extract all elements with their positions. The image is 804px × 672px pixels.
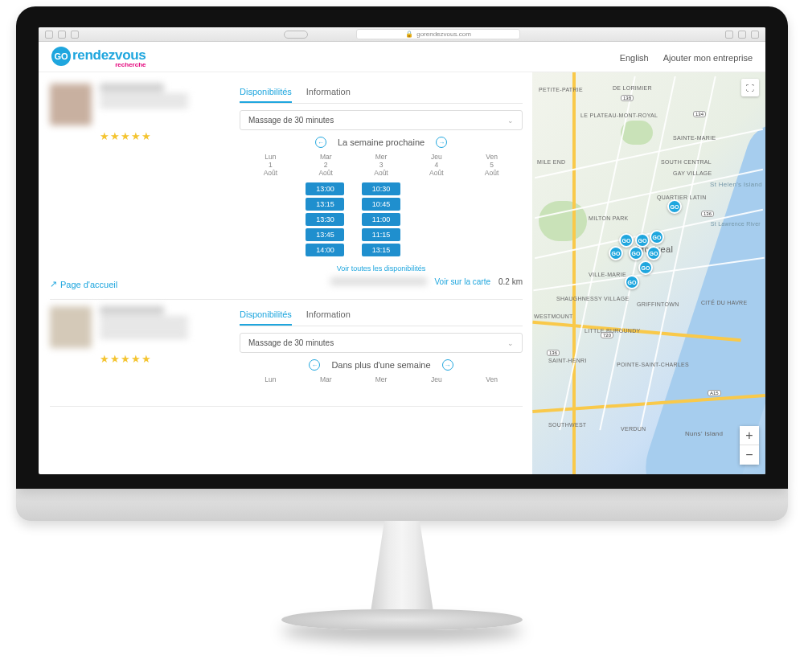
logo[interactable]: GO rendezvous recherche: [51, 47, 146, 68]
share-icon[interactable]: [725, 31, 733, 39]
day-header: Ven: [464, 375, 519, 391]
fullscreen-button[interactable]: ⛶: [741, 79, 759, 96]
lock-icon: 🔒: [405, 31, 413, 38]
map-marker[interactable]: GO: [609, 246, 623, 260]
tab-availability[interactable]: Disponibilités: [240, 306, 292, 326]
day-header: Mer: [354, 375, 409, 391]
time-slot[interactable]: 13:15: [306, 198, 344, 211]
day-header: Mar2Août: [298, 153, 354, 178]
route-shield: 136: [547, 350, 560, 356]
time-slot[interactable]: 13:30: [306, 213, 344, 226]
time-slot[interactable]: 14:00: [306, 244, 344, 256]
map-label: St Helen's Island: [710, 181, 762, 188]
day-header: Jeu4Août: [408, 153, 464, 178]
day-header: Ven5Août: [464, 153, 519, 178]
time-slot[interactable]: 11:15: [362, 228, 400, 241]
map-canvas[interactable]: PETITE-PATRIE DE LORIMIER LE PLATEAU-MON…: [532, 72, 765, 474]
map-marker[interactable]: GO: [646, 246, 661, 260]
map-label: GRIFFINTOWN: [637, 301, 679, 307]
lang-link[interactable]: English: [620, 53, 649, 63]
day-header: Lun1Août: [243, 153, 298, 178]
next-week-button[interactable]: →: [442, 359, 453, 371]
download-icon[interactable]: [738, 31, 746, 39]
service-select[interactable]: Massage de 30 minutes ⌄: [240, 110, 523, 130]
sidebar-icon[interactable]: [71, 31, 79, 39]
day-header: Mer3Août: [354, 153, 409, 178]
logo-badge: GO: [51, 47, 71, 66]
map-label: POINTE-SAINT-CHARLES: [617, 362, 689, 367]
map-label: MILTON PARK: [589, 215, 629, 221]
map-label: QUARTIER LATIN: [657, 195, 707, 200]
time-slot[interactable]: 13:45: [306, 228, 344, 241]
add-business-link[interactable]: Ajouter mon entreprise: [663, 53, 753, 63]
result-card: ★★★★★ Disponibilités Information Massage…: [50, 300, 523, 407]
map-panel[interactable]: PETITE-PATRIE DE LORIMIER LE PLATEAU-MON…: [532, 72, 765, 474]
map-label: St Lawrence River: [711, 221, 761, 227]
time-slot[interactable]: 10:45: [362, 198, 400, 211]
map-label: GAY VILLAGE: [673, 170, 712, 176]
service-select[interactable]: Massage de 30 minutes ⌄: [240, 333, 523, 353]
see-all-link[interactable]: Voir toutes les disponibilités: [240, 264, 523, 272]
address-blurred: [330, 277, 427, 285]
flex-spacer: [284, 31, 308, 39]
results-list: ★★★★★ ↗ Page d'accueil Disponibilités In…: [39, 72, 532, 474]
nav-fwd-icon[interactable]: [58, 31, 66, 39]
professional-info: [100, 84, 188, 125]
map-marker[interactable]: GO: [667, 199, 682, 214]
external-link-icon: ↗: [50, 279, 57, 289]
app-header: GO rendezvous recherche English Ajouter …: [39, 42, 765, 72]
route-shield: 720: [601, 332, 613, 338]
next-week-button[interactable]: →: [436, 137, 447, 148]
map-marker[interactable]: GO: [619, 233, 634, 248]
tab-information[interactable]: Information: [306, 306, 351, 326]
zoom-in-button[interactable]: +: [740, 426, 759, 445]
url-bar[interactable]: 🔒 gorendezvous.com: [356, 29, 520, 39]
week-label: La semaine prochaine: [338, 137, 425, 147]
map-marker[interactable]: GO: [638, 260, 653, 275]
tab-availability[interactable]: Disponibilités: [240, 84, 292, 103]
zoom-out-button[interactable]: −: [740, 445, 759, 465]
home-link[interactable]: ↗ Page d'accueil: [50, 279, 227, 289]
tab-information[interactable]: Information: [306, 84, 351, 103]
browser-chrome: 🔒 gorendezvous.com: [39, 27, 765, 42]
map-label: DE LORIMIER: [613, 85, 652, 91]
time-slot[interactable]: 13:00: [306, 182, 344, 195]
route-shield: 134: [693, 111, 706, 117]
map-label: PETITE-PATRIE: [539, 87, 583, 92]
avatar[interactable]: [50, 84, 92, 125]
time-slot[interactable]: 13:15: [362, 244, 400, 256]
map-label: SHAUGHNESSY VILLAGE: [556, 296, 629, 301]
map-marker[interactable]: GO: [629, 246, 643, 260]
day-header: Jeu: [408, 375, 464, 391]
chevron-down-icon: ⌄: [507, 117, 514, 125]
route-shield: 136: [701, 211, 714, 217]
week-label: Dans plus d'une semaine: [331, 360, 430, 370]
map-label: VERDUN: [621, 426, 646, 432]
time-slot[interactable]: 10:30: [362, 182, 400, 195]
zoom-controls: + −: [740, 426, 759, 465]
time-slot[interactable]: 11:00: [362, 213, 400, 226]
map-marker[interactable]: GO: [650, 230, 664, 244]
tabs-icon[interactable]: [751, 31, 759, 39]
result-card: ★★★★★ ↗ Page d'accueil Disponibilités In…: [50, 77, 523, 300]
prev-week-button[interactable]: ←: [315, 137, 326, 148]
map-label: SAINTE-MARIE: [673, 135, 716, 141]
avatar[interactable]: [50, 306, 92, 348]
map-label: SAINT-HENRI: [548, 358, 587, 363]
chevron-down-icon: ⌄: [507, 339, 514, 347]
route-shield: 138: [621, 95, 634, 101]
map-label: SOUTHWEST: [548, 422, 586, 428]
view-on-map-link[interactable]: Voir sur la carte: [435, 277, 490, 286]
map-label: Nuns' Island: [685, 430, 723, 437]
map-label: MILE END: [537, 159, 565, 165]
professional-info: [100, 306, 188, 348]
map-marker[interactable]: GO: [625, 275, 639, 289]
route-shield: A15: [708, 390, 721, 396]
nav-back-icon[interactable]: [45, 31, 53, 39]
map-label: VILLE-MARIE: [589, 272, 626, 277]
map-label: WESTMOUNT: [534, 313, 573, 319]
prev-week-button[interactable]: ←: [309, 359, 320, 371]
map-label: SOUTH CENTRAL: [661, 159, 712, 165]
day-header: Mar: [298, 375, 354, 391]
map-label: CITÉ DU HAVRE: [701, 300, 747, 305]
